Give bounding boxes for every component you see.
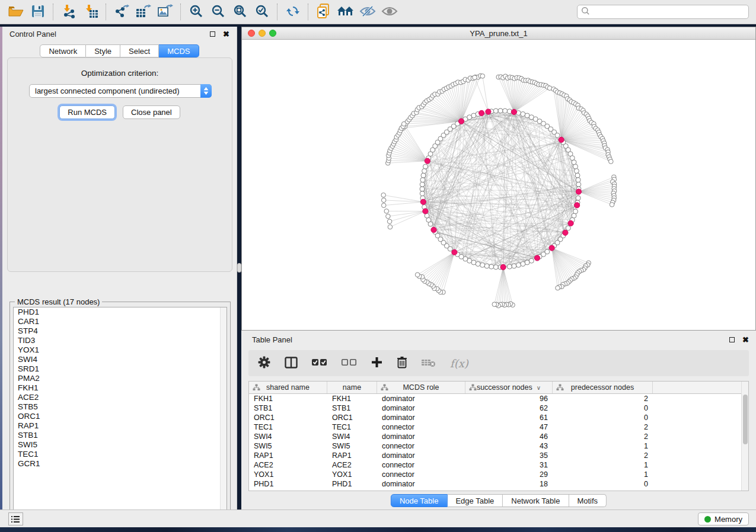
mcds-result-item[interactable]: STP4 <box>14 326 227 336</box>
table-tab-node-table[interactable]: Node Table <box>391 494 448 507</box>
sort-menu-icon[interactable]: ∨ <box>537 384 541 391</box>
cell-shared-name[interactable]: ORC1 <box>249 414 327 422</box>
save-session-button[interactable] <box>27 1 49 23</box>
toggle-columns-button[interactable] <box>285 357 298 370</box>
network-window-titlebar[interactable]: YPA_prune.txt_1 <box>242 27 755 40</box>
cell-shared-name[interactable]: TEC1 <box>249 423 327 431</box>
mcds-result-list[interactable]: PHD1CAR1STP4TID3YOX1SWI4SRD1PMA2FKH1ACE2… <box>13 307 227 520</box>
table-row[interactable]: RAP1RAP1dominator352 <box>249 451 748 460</box>
clone-network-button[interactable] <box>312 1 334 23</box>
cell-name[interactable]: YOX1 <box>327 470 377 479</box>
cell-predecessor-nodes[interactable]: 2 <box>553 451 653 460</box>
cell-MCDS-role[interactable]: dominator <box>377 451 465 460</box>
cell-name[interactable]: RAP1 <box>327 451 377 460</box>
float-table-panel-icon[interactable] <box>729 337 735 342</box>
table-row[interactable]: ACE2ACE2connector311 <box>249 460 748 470</box>
table-row[interactable]: STB1STB1dominator620 <box>249 403 748 413</box>
optimization-criterion-select[interactable]: largest connected component (undirected) <box>29 84 212 98</box>
refresh-button[interactable] <box>282 1 304 23</box>
memory-button[interactable]: Memory <box>698 512 749 525</box>
table-row[interactable]: YOX1YOX1connector291 <box>249 470 748 479</box>
mcds-result-item[interactable]: TID3 <box>14 336 227 345</box>
cell-MCDS-role[interactable]: dominator <box>377 432 465 441</box>
table-row[interactable]: SWI4SWI4dominator462 <box>249 432 748 441</box>
cell-successor-nodes[interactable]: 96 <box>465 395 553 403</box>
cell-shared-name[interactable]: YOX1 <box>249 470 327 479</box>
add-column-button[interactable] <box>371 357 382 370</box>
tab-network[interactable]: Network <box>40 44 86 57</box>
mcds-result-item[interactable]: PHD1 <box>14 307 227 317</box>
cell-successor-nodes[interactable]: 18 <box>465 480 553 488</box>
table-row[interactable]: TEC1TEC1connector472 <box>249 422 748 432</box>
zoom-in-button[interactable] <box>185 1 207 23</box>
column-header-predecessor-nodes[interactable]: predecessor nodes <box>553 382 653 393</box>
mcds-result-item[interactable]: STB5 <box>14 402 227 412</box>
cell-shared-name[interactable]: SWI5 <box>249 442 327 450</box>
column-header-name[interactable]: name <box>327 382 377 393</box>
cell-name[interactable]: STB1 <box>327 404 377 412</box>
cell-shared-name[interactable]: STB1 <box>249 404 327 412</box>
table-tab-motifs[interactable]: Motifs <box>569 494 607 507</box>
zoom-out-button[interactable] <box>207 1 229 23</box>
tab-style[interactable]: Style <box>86 44 120 57</box>
open-file-button[interactable] <box>5 1 27 23</box>
mcds-result-item[interactable]: ACE2 <box>14 393 227 402</box>
cell-successor-nodes[interactable]: 31 <box>465 461 553 469</box>
task-history-button[interactable] <box>8 512 23 525</box>
table-tab-edge-table[interactable]: Edge Table <box>447 494 503 507</box>
mcds-result-item[interactable]: RAP1 <box>14 421 227 431</box>
cell-MCDS-role[interactable]: connector <box>377 470 465 479</box>
import-table-button[interactable] <box>79 1 101 23</box>
close-panel-button[interactable]: Close panel <box>123 105 180 119</box>
show-panel-button[interactable] <box>378 1 400 23</box>
cell-predecessor-nodes[interactable]: 0 <box>553 404 653 412</box>
close-window-icon[interactable] <box>248 30 255 37</box>
cell-MCDS-role[interactable]: dominator <box>377 404 465 412</box>
cell-name[interactable]: ORC1 <box>327 414 377 422</box>
search-input[interactable] <box>590 8 745 16</box>
cell-predecessor-nodes[interactable]: 0 <box>553 480 653 488</box>
table-scrollbar[interactable] <box>741 382 748 491</box>
search-field[interactable] <box>577 5 749 19</box>
cell-MCDS-role[interactable]: connector <box>377 461 465 469</box>
cell-successor-nodes[interactable]: 43 <box>465 442 553 450</box>
cell-predecessor-nodes[interactable]: 2 <box>553 432 653 441</box>
tab-select[interactable]: Select <box>120 44 159 57</box>
select-all-rows-button[interactable] <box>312 358 327 368</box>
column-header-shared-name[interactable]: shared name <box>249 382 327 393</box>
function-builder-button[interactable]: f(x) <box>450 357 468 370</box>
cell-name[interactable]: ACE2 <box>327 461 377 469</box>
deselect-all-rows-button[interactable] <box>342 358 357 368</box>
column-header-MCDS-role[interactable]: MCDS role <box>377 382 465 393</box>
cell-shared-name[interactable]: FKH1 <box>249 395 327 403</box>
cell-shared-name[interactable]: RAP1 <box>249 451 327 460</box>
mcds-result-item[interactable]: SWI5 <box>14 440 227 450</box>
mcds-result-item[interactable]: PMA2 <box>14 374 227 383</box>
mcds-result-item[interactable]: YOX1 <box>14 345 227 355</box>
panel-splitter-handle[interactable] <box>237 263 241 273</box>
export-table-button[interactable] <box>132 1 154 23</box>
cell-successor-nodes[interactable]: 47 <box>465 423 553 431</box>
maximize-window-icon[interactable] <box>269 30 276 37</box>
mcds-result-item[interactable]: STB1 <box>14 431 227 440</box>
table-row[interactable]: FKH1FKH1dominator962 <box>249 394 748 403</box>
import-network-button[interactable] <box>58 1 79 23</box>
cell-successor-nodes[interactable]: 62 <box>465 404 553 412</box>
network-graph-canvas[interactable] <box>242 40 755 330</box>
table-scrollbar-thumb[interactable] <box>743 395 748 444</box>
delete-column-button[interactable] <box>422 358 436 369</box>
table-row[interactable]: SWI5SWI5connector431 <box>249 441 748 451</box>
cell-shared-name[interactable]: SWI4 <box>249 432 327 441</box>
cell-predecessor-nodes[interactable]: 1 <box>553 470 653 479</box>
cell-predecessor-nodes[interactable]: 0 <box>553 414 653 422</box>
zoom-selected-button[interactable] <box>251 1 273 23</box>
cell-predecessor-nodes[interactable]: 2 <box>553 395 653 403</box>
export-network-button[interactable] <box>110 1 132 23</box>
mcds-result-item[interactable]: GCR1 <box>14 459 227 469</box>
cell-MCDS-role[interactable]: dominator <box>377 395 465 403</box>
mcds-result-item[interactable]: SRD1 <box>14 364 227 374</box>
mcds-result-item[interactable]: TEC1 <box>14 450 227 459</box>
table-row[interactable]: ORC1ORC1dominator610 <box>249 413 748 422</box>
cell-MCDS-role[interactable]: connector <box>377 423 465 431</box>
cell-predecessor-nodes[interactable]: 2 <box>553 423 653 431</box>
